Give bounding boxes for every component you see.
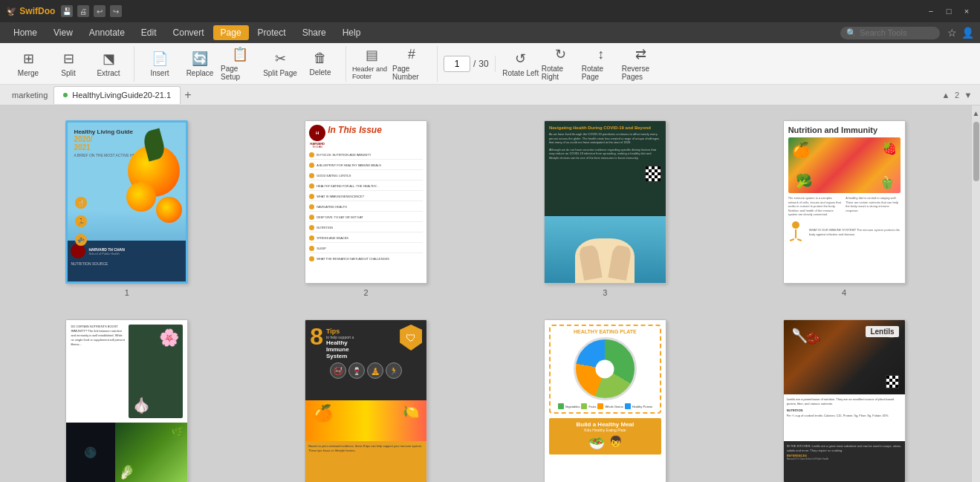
save-icon[interactable]: 💾 <box>61 5 73 17</box>
toolbar-group-merge-split: ⊞ Merge ⊟ Split ⬔ Extract <box>9 46 134 82</box>
minimize-button[interactable]: − <box>924 4 938 19</box>
search-icon: 🔍 <box>846 28 857 38</box>
rotate-right-label: Rotate Right <box>542 65 580 81</box>
account-icon[interactable]: 👤 <box>961 27 974 39</box>
scrollbar-up-button[interactable]: ▲ <box>970 107 981 119</box>
rotate-left-label: Rotate Left <box>502 69 539 77</box>
menu-annotate[interactable]: Annotate <box>82 25 132 40</box>
delete-label: Delete <box>310 68 331 76</box>
page-count-display: 2 <box>955 91 959 100</box>
active-tab[interactable]: HealthyLivingGuide20-21.1 <box>53 86 181 104</box>
page-separator: / <box>473 59 476 69</box>
extract-icon: ⬔ <box>103 51 115 67</box>
rotate-page-button[interactable]: ↕ Rotate Page <box>582 46 620 82</box>
redo-icon[interactable]: ↪ <box>110 5 122 17</box>
add-tab-button[interactable]: + <box>181 88 195 102</box>
page-image-5[interactable]: DO CERTAIN NUTRIENTS BOOST IMMUNITY? The… <box>65 319 188 482</box>
page-number-label-2: 2 <box>364 288 369 297</box>
tab-page-number: ▲ 2 ▼ <box>940 89 974 101</box>
bookmark-icon[interactable]: ☆ <box>947 27 957 39</box>
delete-button[interactable]: 🗑 Delete <box>301 46 340 82</box>
menu-convert[interactable]: Convert <box>166 25 212 40</box>
page-image-8[interactable]: 🥄 🫘 🌰 Lentils <box>783 319 906 482</box>
header-footer-label: Header and Footer <box>352 65 391 80</box>
reverse-pages-button[interactable]: ⇄ Reverse Pages <box>622 46 661 82</box>
split-page-button[interactable]: ✂ Split Page <box>261 46 299 82</box>
insert-button[interactable]: 📄 Insert <box>140 46 179 82</box>
page-input-group: / 30 <box>444 56 496 72</box>
page-number-label-4: 4 <box>842 288 846 297</box>
rotate-left-icon: ↺ <box>515 51 526 67</box>
extract-button[interactable]: ⬔ Extract <box>89 46 128 82</box>
menu-home[interactable]: Home <box>6 25 45 40</box>
app-logo: 🦅 SwifDoo <box>6 6 55 16</box>
thumbnail-area: Healthy Living Guide 2020/ 2021 A BRIEF … <box>0 105 971 482</box>
menu-edit[interactable]: Edit <box>134 25 164 40</box>
page-thumbnail-4[interactable]: Nutrition and Immunity 🍊 🍓 🥦 🫑 The immun… <box>732 120 956 297</box>
page-number-input[interactable] <box>444 56 470 72</box>
page-setup-button[interactable]: 📋 Page Setup <box>221 46 259 82</box>
menu-search-box[interactable]: 🔍 <box>840 27 940 39</box>
page-setup-icon: 📋 <box>232 46 248 62</box>
folder-label: marketing <box>6 91 53 100</box>
page-number-label-1: 1 <box>125 288 129 297</box>
rotate-right-button[interactable]: ↻ Rotate Right <box>542 46 580 82</box>
page-thumbnail-8[interactable]: 🥄 🫘 🌰 Lentils <box>732 319 956 482</box>
replace-icon: 🔄 <box>192 51 208 67</box>
split-page-label: Split Page <box>263 69 297 77</box>
page-number-button[interactable]: # Page Number <box>392 46 431 82</box>
title-bar: 🦅 SwifDoo 💾 🖨 ↩ ↪ − □ × <box>0 0 980 22</box>
scroll-up-button[interactable]: ▲ <box>940 89 952 101</box>
scroll-down-button[interactable]: ▼ <box>962 89 974 101</box>
tab-status-dot <box>63 93 68 97</box>
page-image-7[interactable]: HEALTHY EATING PLATE Vegetables Fruits W… <box>544 319 666 482</box>
reverse-pages-label: Reverse Pages <box>622 65 661 81</box>
split-button[interactable]: ⊟ Split <box>49 46 88 82</box>
page-image-4[interactable]: Nutrition and Immunity 🍊 🍓 🥦 🫑 The immun… <box>783 120 906 284</box>
main-scrollbar[interactable]: ▲ <box>971 105 980 482</box>
menu-view[interactable]: View <box>46 25 80 40</box>
page-thumbnail-7[interactable]: HEALTHY EATING PLATE Vegetables Fruits W… <box>493 319 718 482</box>
menu-right-icons: ☆ 👤 <box>947 27 974 39</box>
merge-icon: ⊞ <box>23 51 34 67</box>
toolbar-group-rotate: ↺ Rotate Left ↻ Rotate Right ↕ Rotate Pa… <box>502 46 666 82</box>
rotate-left-button[interactable]: ↺ Rotate Left <box>502 46 540 82</box>
page-thumbnail-6[interactable]: 8 Tips to help support a Healthy Immune … <box>254 319 478 482</box>
tab-bar: marketing HealthyLivingGuide20-21.1 + ▲ … <box>0 85 980 105</box>
window-controls: − □ × <box>924 4 974 19</box>
scrollbar-thumb[interactable] <box>973 122 979 181</box>
replace-button[interactable]: 🔄 Replace <box>181 46 219 82</box>
rotate-right-icon: ↻ <box>555 46 566 62</box>
print-icon[interactable]: 🖨 <box>77 5 89 17</box>
page-image-1[interactable]: Healthy Living Guide 2020/ 2021 A BRIEF … <box>65 120 188 284</box>
split-label: Split <box>61 69 75 77</box>
page-number-label: Page Number <box>392 65 431 81</box>
close-button[interactable]: × <box>959 4 974 19</box>
header-footer-button[interactable]: ▤ Header and Footer <box>352 46 391 82</box>
total-pages: 30 <box>478 59 488 69</box>
menu-help[interactable]: Help <box>335 25 369 40</box>
merge-button[interactable]: ⊞ Merge <box>9 46 48 82</box>
toolbar-group-pages: 📄 Insert 🔄 Replace 📋 Page Setup ✂ Split … <box>140 46 346 82</box>
page-setup-label: Page Setup <box>221 65 259 81</box>
insert-icon: 📄 <box>152 51 168 67</box>
page-image-2[interactable]: H HARVARD TH CHAN In This Issue <box>305 120 427 284</box>
menu-share[interactable]: Share <box>295 25 334 40</box>
page-thumbnail-2[interactable]: H HARVARD TH CHAN In This Issue <box>254 120 478 297</box>
title-bar-left: 🦅 SwifDoo 💾 🖨 ↩ ↪ <box>6 5 122 17</box>
restore-button[interactable]: □ <box>941 4 956 19</box>
page-thumbnail-5[interactable]: DO CERTAIN NUTRIENTS BOOST IMMUNITY? The… <box>15 319 239 482</box>
rotate-page-icon: ↕ <box>597 47 604 62</box>
undo-icon[interactable]: ↩ <box>94 5 106 17</box>
search-input[interactable] <box>860 28 934 37</box>
page-image-6[interactable]: 8 Tips to help support a Healthy Immune … <box>305 319 427 482</box>
menu-protect[interactable]: Protect <box>250 25 293 40</box>
menu-page[interactable]: Page <box>213 25 249 40</box>
page-thumbnail-3[interactable]: Navigating Health During COVID-19 and Be… <box>493 120 718 297</box>
tab-filename: HealthyLivingGuide20-21.1 <box>72 91 171 100</box>
toolbar: ⊞ Merge ⊟ Split ⬔ Extract 📄 Insert 🔄 Rep… <box>0 43 980 85</box>
extract-label: Extract <box>97 69 120 77</box>
page-thumbnail-1[interactable]: Healthy Living Guide 2020/ 2021 A BRIEF … <box>15 120 239 297</box>
page-image-3[interactable]: Navigating Health During COVID-19 and Be… <box>544 120 666 284</box>
page-navigation: / 30 <box>444 56 489 72</box>
